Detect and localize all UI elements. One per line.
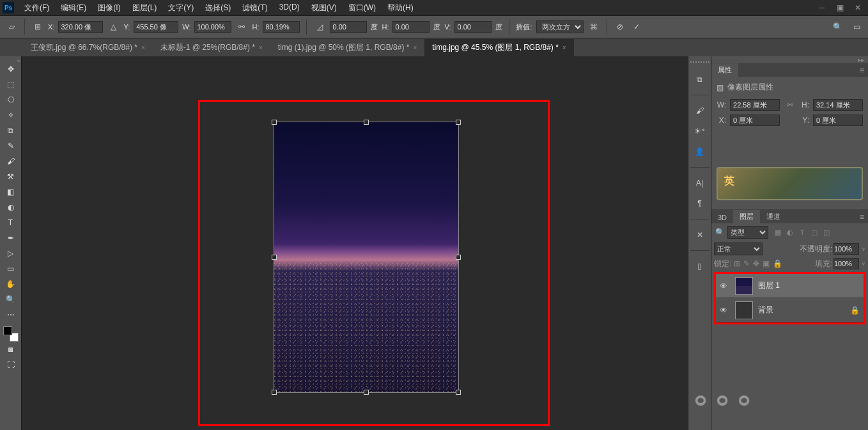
crop-tool[interactable]: ⧉ bbox=[2, 123, 20, 138]
prop-h-input[interactable] bbox=[813, 99, 863, 111]
swap-xy-icon[interactable]: △ bbox=[107, 20, 120, 33]
skew-h-input[interactable] bbox=[392, 21, 430, 33]
layer-row-1[interactable]: 👁 图层 1 bbox=[716, 274, 864, 298]
stamp-tool[interactable]: ⚒ bbox=[2, 169, 20, 184]
search-icon[interactable]: 🔍 bbox=[831, 20, 844, 33]
menu-edit[interactable]: 编辑(E) bbox=[56, 1, 91, 15]
menu-help[interactable]: 帮助(H) bbox=[382, 1, 419, 15]
eraser-tool[interactable]: ◧ bbox=[2, 184, 20, 200]
menu-type[interactable]: 文字(Y) bbox=[163, 1, 199, 15]
angle-input[interactable] bbox=[330, 21, 367, 33]
layer-thumbnail[interactable] bbox=[735, 301, 753, 319]
reference-point-icon[interactable]: ⊞ bbox=[31, 20, 44, 33]
lock-pixels-icon[interactable]: ✎ bbox=[743, 259, 750, 268]
3d-tab[interactable]: 3D bbox=[711, 212, 733, 223]
lock-icon[interactable]: 🔒 bbox=[773, 259, 782, 268]
edit-toolbar[interactable]: ⋯ bbox=[2, 307, 20, 322]
adjustments-panel-icon[interactable]: ☀⁺ bbox=[692, 123, 708, 139]
close-icon[interactable]: × bbox=[562, 44, 566, 51]
menu-3d[interactable]: 3D(D) bbox=[274, 1, 305, 15]
type-tool[interactable]: T bbox=[2, 215, 20, 230]
transform-tool-icon[interactable]: ▱ bbox=[5, 20, 18, 33]
canvas-area[interactable] bbox=[22, 56, 688, 430]
layer-row-background[interactable]: 👁 背景 🔒 bbox=[716, 298, 864, 322]
menu-file[interactable]: 文件(F) bbox=[19, 1, 54, 15]
lock-artboard-icon[interactable]: ▣ bbox=[763, 259, 770, 268]
h-input[interactable] bbox=[263, 21, 300, 33]
path-select-tool[interactable]: ▷ bbox=[2, 246, 20, 261]
menu-layer[interactable]: 图层(L) bbox=[127, 1, 162, 15]
shape-tool[interactable]: ▭ bbox=[2, 261, 20, 276]
layer-name[interactable]: 背景 bbox=[758, 305, 845, 315]
interpolation-select[interactable]: 两次立方 bbox=[536, 20, 584, 33]
filter-type-icon[interactable]: T bbox=[798, 228, 807, 237]
document-tab-3[interactable]: timg (1).jpg @ 50% (图层 1, RGB/8#) *× bbox=[270, 39, 424, 56]
layer-filter-kind[interactable]: 类型 bbox=[727, 226, 768, 239]
menu-filter[interactable]: 滤镜(T) bbox=[237, 1, 272, 15]
x-input[interactable] bbox=[58, 21, 103, 33]
layers-tab[interactable]: 图层 bbox=[733, 210, 760, 223]
panel-menu-icon[interactable]: ≡ bbox=[856, 211, 868, 223]
libraries-panel-icon[interactable]: ▯ bbox=[692, 259, 708, 274]
document-tab-1[interactable]: 王俊凯.jpg @ 66.7%(RGB/8#) *× bbox=[23, 39, 153, 56]
visibility-icon[interactable]: 👁 bbox=[720, 282, 730, 291]
maximize-button[interactable]: ▣ bbox=[832, 2, 848, 13]
panel-menu-icon[interactable]: ≡ bbox=[856, 64, 868, 77]
zoom-tool[interactable]: 🔍 bbox=[2, 292, 20, 307]
foreground-color[interactable] bbox=[3, 326, 12, 335]
document-tab-2[interactable]: 未标题-1 @ 25%(RGB/8#) *× bbox=[153, 39, 270, 56]
visibility-icon[interactable]: 👁 bbox=[720, 306, 730, 315]
marquee-tool[interactable]: ⬚ bbox=[2, 77, 20, 92]
lock-all-icon[interactable]: ⊞ bbox=[734, 259, 740, 268]
menu-image[interactable]: 图像(I) bbox=[93, 1, 125, 15]
link-wh-icon[interactable]: ⚯ bbox=[235, 20, 248, 33]
filter-shape-icon[interactable]: ▢ bbox=[810, 228, 819, 237]
menu-window[interactable]: 窗口(W) bbox=[343, 1, 381, 15]
close-icon[interactable]: × bbox=[141, 44, 145, 51]
layer-thumbnail[interactable] bbox=[735, 277, 753, 295]
layer-content[interactable] bbox=[274, 122, 459, 393]
menu-view[interactable]: 视图(V) bbox=[306, 1, 342, 15]
skew-v-input[interactable] bbox=[454, 21, 492, 33]
lock-position-icon[interactable]: ✥ bbox=[753, 259, 759, 268]
channels-tab[interactable]: 通道 bbox=[760, 210, 787, 223]
filter-pixel-icon[interactable]: ▩ bbox=[773, 228, 782, 237]
commit-transform-icon[interactable]: ✓ bbox=[630, 20, 643, 33]
eyedropper-tool[interactable]: ✎ bbox=[2, 138, 20, 154]
quick-mask-tool[interactable]: ◙ bbox=[2, 342, 20, 357]
opacity-input[interactable] bbox=[833, 243, 859, 255]
screen-mode-tool[interactable]: ⛶ bbox=[2, 357, 20, 372]
link-icon[interactable]: ⚯ bbox=[784, 100, 796, 109]
document-tab-4[interactable]: timg.jpg @ 45.5% (图层 1, RGB/8#) *× bbox=[424, 39, 573, 56]
brushes-panel-icon[interactable]: 🖌 bbox=[692, 103, 708, 118]
close-icon[interactable]: × bbox=[259, 44, 263, 51]
cancel-transform-icon[interactable]: ⊘ bbox=[614, 20, 626, 33]
paragraph-panel-icon[interactable]: ¶ bbox=[692, 196, 708, 211]
minimize-button[interactable]: ─ bbox=[814, 2, 830, 13]
character-panel-icon[interactable]: A| bbox=[692, 175, 708, 191]
move-tool[interactable]: ✥ bbox=[2, 61, 20, 77]
color-swatches[interactable] bbox=[3, 326, 19, 342]
pen-tool[interactable]: ✒ bbox=[2, 230, 20, 246]
close-icon[interactable]: × bbox=[413, 44, 417, 51]
workspace-icon[interactable]: ▭ bbox=[850, 20, 863, 33]
y-input[interactable] bbox=[134, 21, 178, 33]
lasso-tool[interactable]: ⎔ bbox=[2, 92, 20, 107]
magic-wand-tool[interactable]: ✧ bbox=[2, 107, 20, 123]
prop-y-input[interactable] bbox=[813, 115, 863, 126]
expand-icon[interactable]: ▸▸ bbox=[858, 56, 864, 63]
fill-input[interactable] bbox=[833, 258, 859, 269]
warp-icon[interactable]: ⌘ bbox=[587, 20, 600, 33]
tools-panel-icon[interactable]: ✕ bbox=[692, 227, 708, 243]
gradient-tool[interactable]: ◐ bbox=[2, 200, 20, 215]
prop-w-input[interactable] bbox=[730, 99, 780, 111]
blend-mode-select[interactable]: 正常 bbox=[714, 243, 763, 255]
w-input[interactable] bbox=[194, 21, 231, 33]
filter-smart-icon[interactable]: ◫ bbox=[822, 228, 831, 237]
menu-select[interactable]: 选择(S) bbox=[200, 1, 236, 15]
brush-tool[interactable]: 🖌 bbox=[2, 154, 20, 169]
styles-panel-icon[interactable]: 👤 bbox=[692, 144, 708, 159]
history-panel-icon[interactable]: ⧉ bbox=[692, 72, 708, 87]
search-layers-icon[interactable]: 🔍 bbox=[715, 228, 725, 237]
hand-tool[interactable]: ✋ bbox=[2, 276, 20, 292]
